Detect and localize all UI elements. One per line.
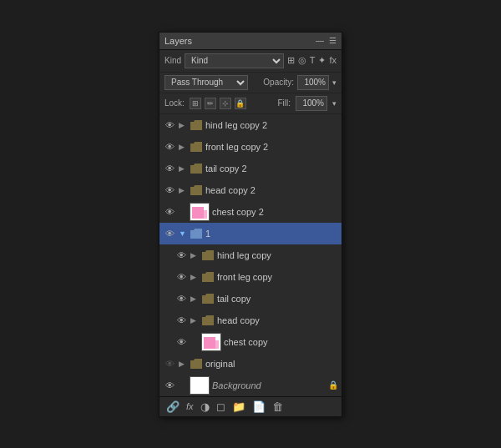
fill-arrow-icon[interactable]: ▾ xyxy=(332,99,337,108)
layer-name: head copy 2 xyxy=(205,185,338,195)
layer-name: chest copy 2 xyxy=(212,207,338,217)
layer-name: tail copy 2 xyxy=(205,164,338,174)
expand-icon[interactable]: ▶ xyxy=(179,121,187,129)
folder-icon xyxy=(201,270,215,284)
expand-icon[interactable]: ▶ xyxy=(190,316,199,325)
panel-footer: 🔗 fx ◑ ◻ 📁 📄 🗑 xyxy=(159,396,342,416)
lock-row: Lock: ⊞ ✏ ⊹ 🔒 Fill: ▾ xyxy=(159,93,342,114)
visibility-icon[interactable]: 👁 xyxy=(163,379,176,392)
visibility-icon[interactable]: 👁 xyxy=(175,292,188,305)
lock-label: Lock: xyxy=(164,98,185,108)
visibility-icon[interactable]: 👁 xyxy=(163,184,176,197)
menu-icon[interactable]: ☰ xyxy=(329,36,337,45)
collapse-icon[interactable]: — xyxy=(316,36,324,45)
new-layer-icon[interactable]: 📄 xyxy=(252,400,266,413)
visibility-icon[interactable]: 👁 xyxy=(175,249,188,262)
layer-thumbnail xyxy=(201,333,221,351)
folder-icon xyxy=(190,184,203,197)
layer-item[interactable]: 👁 ▶ front leg copy 2 xyxy=(159,136,342,158)
layer-thumbnail xyxy=(190,376,210,395)
folder-icon xyxy=(201,292,215,305)
visibility-icon[interactable]: 👁 xyxy=(163,140,176,154)
layer-item[interactable]: 👁 ▶ front leg copy xyxy=(159,266,342,288)
fill-input[interactable] xyxy=(296,96,327,111)
layer-name: hind leg copy xyxy=(217,250,338,260)
visibility-icon[interactable]: 👁 xyxy=(163,227,176,240)
layer-item-chest-copy[interactable]: 👁 chest copy xyxy=(159,331,342,353)
visibility-icon[interactable]: 👁 xyxy=(175,314,188,327)
panel-title: Layers xyxy=(164,36,192,46)
layer-name: tail copy xyxy=(217,294,338,304)
lock-transparent-icon[interactable]: ⊞ xyxy=(190,98,201,109)
lock-image-icon[interactable]: ✏ xyxy=(205,98,216,109)
filter-type-icon[interactable]: T xyxy=(310,55,316,66)
layers-panel: Layers — ☰ Kind Kind ⊞ ◎ T ✦ fx Pass Thr… xyxy=(159,32,342,417)
fx-icon[interactable]: fx xyxy=(186,401,194,411)
layer-item-original[interactable]: 👁 ▶ original xyxy=(159,353,342,375)
link-layers-icon[interactable]: 🔗 xyxy=(166,400,180,413)
svg-rect-6 xyxy=(190,377,209,394)
expand-icon[interactable]: ▼ xyxy=(179,229,187,238)
visibility-icon[interactable]: 👁 xyxy=(175,335,188,349)
blend-mode-select[interactable]: Pass Through xyxy=(164,75,248,90)
opacity-arrow-icon[interactable]: ▾ xyxy=(332,78,337,87)
visibility-icon[interactable]: 👁 xyxy=(163,118,176,132)
folder-icon xyxy=(190,140,203,154)
panel-titlebar: Layers — ☰ xyxy=(159,33,342,50)
layer-name: original xyxy=(205,359,338,369)
folder-icon xyxy=(190,227,203,240)
filter-pixel-icon[interactable]: ⊞ xyxy=(287,55,295,66)
titlebar-icons: — ☰ xyxy=(316,36,337,45)
lock-all-icon[interactable]: 🔒 xyxy=(235,98,246,109)
visibility-icon[interactable]: 👁 xyxy=(163,162,176,175)
layer-item-background[interactable]: 👁 Background 🔒 xyxy=(159,375,342,396)
expand-icon[interactable]: ▶ xyxy=(179,164,187,173)
layer-thumbnail xyxy=(190,203,210,221)
svg-rect-5 xyxy=(210,340,219,349)
expand-icon[interactable]: ▶ xyxy=(190,294,199,303)
folder-icon xyxy=(190,162,203,175)
filter-kind-select[interactable]: Kind xyxy=(185,53,284,68)
layer-name: chest copy xyxy=(224,337,338,347)
expand-icon[interactable]: ▶ xyxy=(179,360,187,368)
new-group-icon[interactable]: 📁 xyxy=(232,400,245,413)
expand-icon[interactable]: ▶ xyxy=(179,143,187,151)
layer-item[interactable]: 👁 ▶ hind leg copy 2 xyxy=(159,114,342,136)
folder-icon xyxy=(201,314,215,327)
layer-item[interactable]: 👁 ▶ tail copy xyxy=(159,288,342,310)
folder-icon xyxy=(190,357,203,370)
expand-icon[interactable]: ▶ xyxy=(190,273,199,281)
filter-adjust-icon[interactable]: ◎ xyxy=(298,55,306,66)
visibility-icon[interactable]: 👁 xyxy=(175,270,188,284)
folder-icon xyxy=(190,118,203,132)
layer-name: front leg copy 2 xyxy=(205,142,338,152)
layer-item-group-1[interactable]: 👁 ▼ 1 xyxy=(159,223,342,244)
mask-icon[interactable]: ◻ xyxy=(216,400,225,413)
layer-item[interactable]: 👁 ▶ hind leg copy xyxy=(159,244,342,266)
expand-icon[interactable]: ▶ xyxy=(179,186,187,194)
layer-name: head copy xyxy=(217,315,338,325)
folder-icon xyxy=(201,249,215,262)
layer-item[interactable]: 👁 ▶ head copy 2 xyxy=(159,179,342,201)
filter-shape-icon[interactable]: ✦ xyxy=(318,55,326,66)
svg-rect-2 xyxy=(199,210,207,219)
visibility-icon[interactable]: 👁 xyxy=(163,357,176,370)
fill-label: Fill: xyxy=(277,98,291,108)
layer-item[interactable]: 👁 ▶ head copy xyxy=(159,310,342,331)
layers-list: 👁 ▶ hind leg copy 2 👁 ▶ front leg copy 2… xyxy=(159,114,342,396)
layer-item[interactable]: 👁 chest copy 2 xyxy=(159,201,342,223)
adjustment-icon[interactable]: ◑ xyxy=(200,400,210,413)
layer-name: Background xyxy=(212,380,326,390)
layer-name: 1 xyxy=(205,229,338,239)
expand-icon[interactable]: ▶ xyxy=(190,251,199,259)
visibility-icon[interactable]: 👁 xyxy=(163,205,176,219)
filter-smart-icon[interactable]: fx xyxy=(329,55,337,66)
lock-icons: ⊞ ✏ ⊹ 🔒 xyxy=(190,98,246,109)
lock-position-icon[interactable]: ⊹ xyxy=(220,98,231,109)
blend-row: Pass Through Opacity: ▾ xyxy=(159,73,342,93)
layer-item[interactable]: 👁 ▶ tail copy 2 xyxy=(159,158,342,179)
delete-layer-icon[interactable]: 🗑 xyxy=(272,400,283,413)
filter-row: Kind Kind ⊞ ◎ T ✦ fx xyxy=(159,50,342,73)
opacity-input[interactable] xyxy=(297,75,329,90)
background-lock-icon: 🔒 xyxy=(328,380,338,390)
